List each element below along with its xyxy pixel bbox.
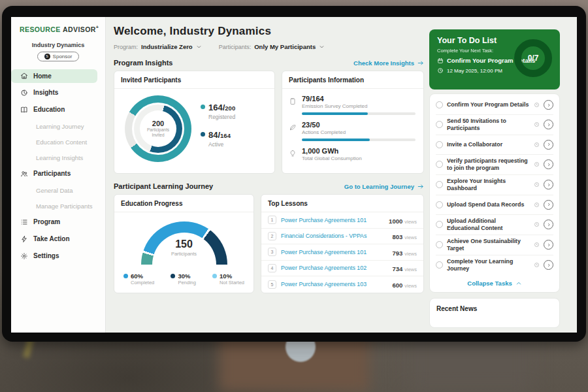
chevron-right-icon: [546, 202, 551, 207]
task-checkbox[interactable]: [436, 181, 443, 188]
lesson-rank: 2: [268, 232, 276, 240]
task-open-button[interactable]: [544, 100, 553, 110]
task-row[interactable]: Explore Your Insights Dashboard: [436, 175, 553, 195]
task-open-button[interactable]: [544, 140, 553, 150]
sidebar-item-learning-insights[interactable]: Learning Insights: [11, 151, 105, 165]
task-label: Upload Additional Educational Content: [447, 218, 530, 232]
lesson-row[interactable]: 1 Power Purchase Agreements 101 1000view…: [261, 212, 423, 229]
gear-icon: [20, 252, 28, 260]
task-open-button[interactable]: [544, 260, 553, 270]
legend-dot: [171, 274, 175, 278]
calendar-icon: [437, 57, 444, 64]
logo-resource: RESOURCE: [20, 25, 61, 33]
sidebar-item-take-action[interactable]: Take Action: [11, 232, 105, 246]
task-open-button[interactable]: [544, 159, 553, 169]
lesson-views: 734: [392, 265, 402, 272]
program-insights-header: Program Insights Check More Insights: [114, 59, 424, 67]
task-label: Send 50 Invitations to Participants: [447, 118, 530, 132]
lesson-link[interactable]: Financial Considerations - VPPAs: [281, 233, 387, 239]
sidebar-item-program[interactable]: Program: [11, 215, 105, 229]
legend-label: Pending: [178, 280, 196, 286]
participants-filter-label: Participants:: [219, 44, 252, 50]
task-row[interactable]: Confirm Your Program Details: [436, 95, 553, 115]
lesson-row[interactable]: 2 Financial Considerations - VPPAs 803vi…: [261, 229, 423, 245]
lesson-row[interactable]: 3 Power Purchase Agreements 101 793views: [261, 244, 423, 261]
task-row[interactable]: Verify participants requesting to join t…: [436, 155, 553, 175]
link-label: Go to Learning Journey: [344, 183, 414, 190]
clock-icon: [534, 262, 540, 268]
task-label: Verify participants requesting to join t…: [447, 157, 530, 172]
sidebar-item-home[interactable]: Home: [11, 69, 97, 83]
task-open-button[interactable]: [544, 240, 553, 250]
sidebar-item-manage-participants[interactable]: Manage Participants: [11, 199, 105, 214]
task-label: Achieve One Sustainability Target: [447, 238, 530, 252]
card-title: Participants Information: [282, 71, 423, 89]
lesson-row[interactable]: 5 Power Purchase Agreements 103 600views: [261, 276, 423, 293]
task-checkbox[interactable]: [436, 141, 443, 148]
chevron-right-icon: [546, 122, 551, 127]
task-checkbox[interactable]: [436, 121, 443, 128]
sidebar-item-education[interactable]: Education: [11, 103, 105, 117]
legend-pending: 30%Pending: [171, 272, 196, 286]
task-checkbox[interactable]: [436, 241, 443, 248]
views-suffix: views: [404, 235, 417, 240]
legend-not-started: 10%Not Started: [212, 272, 244, 286]
sidebar-menu: Home Insights Education Learning Journey…: [11, 69, 105, 263]
task-checkbox[interactable]: [436, 161, 443, 168]
task-open-button[interactable]: [544, 180, 553, 189]
sidebar-item-education-content[interactable]: Education Content: [11, 135, 105, 150]
sponsor-badge[interactable]: S Sponsor: [37, 52, 79, 61]
task-row[interactable]: Send 50 Invitations to Participants: [436, 115, 553, 135]
lesson-link[interactable]: Power Purchase Agreements 101: [281, 217, 384, 223]
task-row[interactable]: Invite a Collaborator: [436, 135, 553, 155]
participants-filter[interactable]: Participants: Only My Participants: [219, 43, 325, 50]
task-row[interactable]: Upload Spend Data Records: [436, 195, 553, 215]
card-title: Education Progress: [114, 195, 253, 212]
task-checkbox[interactable]: [436, 261, 443, 269]
logo-advisor: ADVISOR: [63, 25, 96, 33]
sidebar-item-label: Insights: [33, 89, 58, 96]
dashboard-screen: RESOURCE ADVISOR+ Industry Dynamics S Sp…: [11, 17, 577, 333]
sidebar-item-general-data[interactable]: General Data: [11, 184, 105, 198]
sidebar-item-settings[interactable]: Settings: [11, 249, 105, 263]
learning-cards-row: Education Progress 150 Participants 60%C…: [114, 194, 424, 293]
gauge-legend: 60%Completed 30%Pending 10%Not Started: [114, 265, 253, 286]
learning-journey-header: Participant Learning Journey Go to Learn…: [114, 182, 424, 190]
monitor-bezel: RESOURCE ADVISOR+ Industry Dynamics S Sp…: [2, 6, 586, 342]
donut-center-value: 200: [152, 120, 164, 127]
info-value: 23/50: [302, 121, 416, 129]
task-checkbox[interactable]: [436, 101, 443, 108]
lesson-rank: 3: [268, 248, 276, 256]
task-open-button[interactable]: [544, 120, 553, 129]
sidebar-item-insights[interactable]: Insights: [11, 86, 105, 100]
task-row[interactable]: Complete Your Learning Journey: [436, 255, 553, 275]
lesson-link[interactable]: Power Purchase Agreements 101: [281, 249, 387, 255]
legend-denominator: 200: [225, 105, 235, 112]
lesson-views: 600: [392, 282, 402, 289]
sidebar-item-learning-journey[interactable]: Learning Journey: [11, 120, 105, 134]
filters-row: Program: Industrialize Zero Participants…: [114, 43, 424, 50]
go-to-learning-journey-link[interactable]: Go to Learning Journey: [344, 183, 424, 190]
program-filter[interactable]: Program: Industrialize Zero: [114, 43, 202, 50]
task-row[interactable]: Upload Additional Educational Content: [436, 215, 553, 235]
invited-participants-card: Invited Participants 200 Participants In…: [114, 71, 275, 174]
gauge-center-value: 150: [141, 238, 227, 250]
check-more-insights-link[interactable]: Check More Insights: [353, 59, 424, 67]
task-checkbox[interactable]: [436, 221, 443, 228]
lesson-link[interactable]: Power Purchase Agreements 103: [281, 281, 387, 287]
task-open-button[interactable]: [544, 200, 553, 210]
main-content: Welcome, Industry Dynamics Program: Indu…: [106, 17, 424, 333]
lesson-row[interactable]: 4 Power Purchase Agreements 102 734views: [261, 261, 423, 277]
collapse-tasks-link[interactable]: Collapse Tasks: [436, 275, 553, 292]
due-date: 12 May 2025, 12:00 PM: [447, 68, 502, 74]
legend-dot: [201, 105, 205, 109]
views-suffix: views: [404, 251, 417, 257]
sidebar-item-participants[interactable]: Participants: [11, 167, 105, 181]
sidebar-item-label: Education: [33, 106, 65, 113]
task-checkbox[interactable]: [436, 201, 443, 208]
task-open-button[interactable]: [544, 220, 553, 229]
card-title: Invited Participants: [114, 71, 274, 89]
task-label: Confirm Your Program Details: [447, 101, 530, 108]
task-row[interactable]: Achieve One Sustainability Target: [436, 235, 553, 255]
lesson-link[interactable]: Power Purchase Agreements 102: [281, 265, 387, 271]
